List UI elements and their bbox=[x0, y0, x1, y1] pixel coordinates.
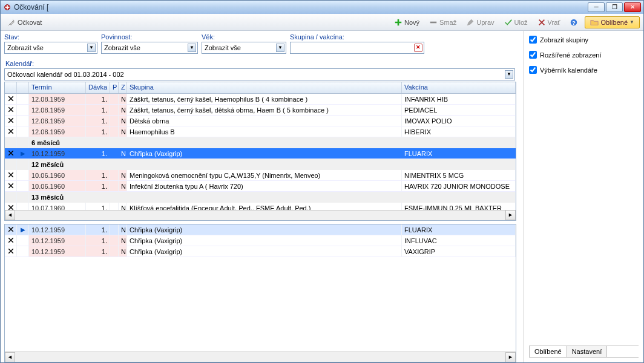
table-row[interactable]: 12.08.1959 1. N Haemophilus B HIBERIX bbox=[5, 126, 516, 137]
row-indicator: ▶ bbox=[17, 148, 29, 159]
rozsirene-checkbox[interactable]: Rozšířené zobrazení bbox=[529, 51, 639, 59]
cell-skupina: Chřipka (Vaxigrip) bbox=[127, 235, 402, 246]
grid-body[interactable]: ▶ 10.12.1959 1. N Chřipka (Vaxigrip) FLU… bbox=[5, 224, 516, 352]
scroll-right-button[interactable]: ► bbox=[505, 210, 516, 220]
h-scrollbar[interactable]: ◄ ► bbox=[5, 210, 516, 220]
kalendar-combo[interactable]: Očkovací kalendář od 01.03.2014 - 002▼ bbox=[4, 68, 515, 80]
fav-tabs: Oblíbené Nastavení bbox=[529, 345, 639, 358]
h-scrollbar[interactable]: ◄ ► bbox=[5, 352, 516, 362]
app-icon bbox=[3, 3, 12, 11]
cell-z: N bbox=[119, 116, 127, 126]
cell-termin: 12.08.1959 bbox=[29, 126, 86, 137]
delete-icon[interactable] bbox=[5, 116, 17, 126]
minimize-button[interactable]: ─ bbox=[588, 2, 605, 12]
svg-text:?: ? bbox=[572, 19, 576, 25]
col-z[interactable]: Z bbox=[119, 82, 127, 93]
chevron-down-icon: ▼ bbox=[276, 44, 284, 52]
x-icon bbox=[537, 18, 546, 27]
cell-vakcina: NIMENTRIX 5 MCG bbox=[402, 170, 516, 180]
cell-davka: 1. bbox=[86, 246, 110, 257]
delete-icon[interactable] bbox=[5, 94, 17, 104]
cell-z: N bbox=[119, 126, 127, 137]
cell-termin: 10.06.1960 bbox=[29, 181, 86, 191]
povinnost-label: Povinnost: bbox=[101, 33, 198, 41]
cell-z: N bbox=[119, 224, 127, 235]
help-button[interactable]: ? bbox=[567, 17, 581, 28]
table-row[interactable]: 10.06.1960 1. N Meningoková onemocnění t… bbox=[5, 170, 516, 181]
delete-icon[interactable] bbox=[5, 148, 17, 159]
delete-icon[interactable] bbox=[5, 235, 17, 246]
group-header[interactable]: 12 měsíců bbox=[5, 159, 516, 170]
cell-skupina: Chřipka (Vaxigrip) bbox=[127, 246, 402, 257]
scroll-right-button[interactable]: ► bbox=[505, 352, 516, 362]
vyberniku-checkbox[interactable]: Výběrník kalendáře bbox=[529, 66, 639, 74]
table-row[interactable]: 10.07.1960 1. N Klíšťová encefalitida (E… bbox=[5, 203, 516, 210]
plus-icon bbox=[394, 18, 402, 27]
delete-icon[interactable] bbox=[5, 246, 17, 257]
stav-combo[interactable]: Zobrazit vše▼ bbox=[4, 42, 97, 54]
table-row[interactable]: ▶ 10.12.1959 1. N Chřipka (Vaxigrip) FLU… bbox=[5, 224, 516, 235]
delete-icon[interactable] bbox=[5, 224, 17, 235]
cell-p bbox=[110, 235, 119, 246]
table-row[interactable]: 10.12.1959 1. N Chřipka (Vaxigrip) INFLU… bbox=[5, 235, 516, 246]
cell-vakcina: FSME-IMMUN 0,25 ML BAXTER bbox=[402, 203, 516, 210]
skupina-input[interactable]: ✕ bbox=[290, 42, 424, 54]
col-davka[interactable]: Dávka bbox=[86, 82, 110, 93]
group-header[interactable]: 6 měsíců bbox=[5, 137, 516, 148]
row-indicator bbox=[17, 203, 29, 210]
cell-z: N bbox=[119, 235, 127, 246]
ockovat-button[interactable]: Očkovat bbox=[4, 17, 45, 28]
cell-skupina: Infekční žloutenka typu A ( Havrix 720) bbox=[127, 181, 402, 191]
uprav-button[interactable]: Uprav bbox=[463, 17, 497, 28]
cell-skupina: Chřipka (Vaxigrip) bbox=[127, 224, 402, 235]
cell-z: N bbox=[119, 246, 127, 257]
tab-oblibene[interactable]: Oblíbené bbox=[529, 346, 567, 358]
cell-termin: 12.08.1959 bbox=[29, 94, 86, 104]
cell-termin: 10.07.1960 bbox=[29, 203, 86, 210]
table-row[interactable]: 12.08.1959 1. N Dětská obrna IMOVAX POLI… bbox=[5, 116, 516, 126]
group-header[interactable]: 13 měsíců bbox=[5, 192, 516, 203]
scroll-left-button[interactable]: ◄ bbox=[5, 210, 15, 220]
cell-skupina: Meningoková onemocnění typu C,A,W135,Y (… bbox=[127, 170, 402, 180]
cell-skupina: Klíšťová encefalitida (Encepur Adult, Pe… bbox=[127, 203, 402, 210]
col-termin[interactable]: Termín bbox=[29, 82, 86, 93]
smaz-button[interactable]: Smaž bbox=[426, 17, 459, 28]
cell-vakcina: INFLUVAC bbox=[402, 235, 516, 246]
uloz-button[interactable]: Ulož bbox=[501, 17, 531, 28]
cell-z: N bbox=[119, 203, 127, 210]
clear-icon[interactable]: ✕ bbox=[414, 44, 422, 52]
delete-icon[interactable] bbox=[5, 181, 17, 191]
grid-body[interactable]: 12.08.1959 1. N Záškrt, tetanus, černý k… bbox=[5, 94, 516, 210]
table-row[interactable]: ▶ 10.12.1959 1. N Chřipka (Vaxigrip) FLU… bbox=[5, 148, 516, 159]
zobrazit-skupiny-checkbox[interactable]: Zobrazit skupiny bbox=[529, 36, 639, 44]
table-row[interactable]: 12.08.1959 1. N Záškrt, tetanus, černý k… bbox=[5, 105, 516, 116]
novy-button[interactable]: Nový bbox=[391, 17, 422, 28]
vrat-button[interactable]: Vrať bbox=[534, 17, 564, 28]
povinnost-combo[interactable]: Zobrazit vše▼ bbox=[101, 42, 198, 54]
delete-icon[interactable] bbox=[5, 203, 17, 210]
tab-nastaveni[interactable]: Nastavení bbox=[567, 346, 608, 358]
col-vakcina[interactable]: Vakcína bbox=[402, 82, 516, 93]
table-row[interactable]: 10.06.1960 1. N Infekční žloutenka typu … bbox=[5, 181, 516, 192]
cell-termin: 12.08.1959 bbox=[29, 105, 86, 115]
delete-icon[interactable] bbox=[5, 170, 17, 180]
cell-z: N bbox=[119, 181, 127, 191]
cell-termin: 10.12.1959 bbox=[29, 224, 86, 235]
col-p[interactable]: P bbox=[110, 82, 119, 93]
scroll-left-button[interactable]: ◄ bbox=[5, 352, 15, 362]
cell-skupina: Haemophilus B bbox=[127, 126, 402, 137]
cell-davka: 1. bbox=[86, 126, 110, 137]
cell-termin: 12.08.1959 bbox=[29, 116, 86, 126]
table-row[interactable]: 10.12.1959 1. N Chřipka (Vaxigrip) VAXIG… bbox=[5, 246, 516, 257]
oblibene-button[interactable]: Oblíbené ▼ bbox=[585, 16, 640, 28]
close-button[interactable]: ✕ bbox=[624, 2, 641, 12]
delete-icon[interactable] bbox=[5, 105, 17, 115]
cell-termin: 10.12.1959 bbox=[29, 235, 86, 246]
maximize-button[interactable]: ❐ bbox=[606, 2, 623, 12]
vek-combo[interactable]: Zobrazit vše▼ bbox=[202, 42, 286, 54]
table-row[interactable]: 12.08.1959 1. N Záškrt, tetanus, černý k… bbox=[5, 94, 516, 105]
delete-icon[interactable] bbox=[5, 126, 17, 137]
cell-vakcina: FLUARIX bbox=[402, 148, 516, 159]
cell-p bbox=[110, 126, 119, 137]
col-skupina[interactable]: Skupina bbox=[127, 82, 402, 93]
